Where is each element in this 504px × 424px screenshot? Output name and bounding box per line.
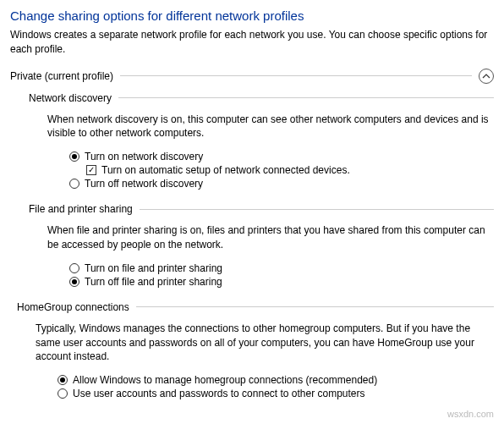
radio-turn-off-network-discovery[interactable]: Turn off network discovery <box>69 178 494 190</box>
section-title-text: File and printer sharing <box>29 203 133 215</box>
profile-label: Private (current profile) <box>10 70 113 82</box>
section-description: Typically, Windows manages the connectio… <box>36 322 494 364</box>
radio-icon <box>69 277 79 287</box>
radio-icon <box>69 263 79 273</box>
section-description: When file and printer sharing is on, fil… <box>47 223 494 252</box>
radio-icon <box>58 388 68 399</box>
option-group: Allow Windows to manage homegroup connec… <box>58 374 494 399</box>
section-title-text: HomeGroup connections <box>17 301 129 313</box>
page-title: Change sharing options for different net… <box>10 8 494 23</box>
section-file-printer-sharing: File and printer sharing When file and p… <box>29 203 494 288</box>
section-homegroup: HomeGroup connections Typically, Windows… <box>17 301 494 399</box>
radio-allow-windows-manage[interactable]: Allow Windows to manage homegroup connec… <box>58 374 494 386</box>
option-group: Turn on network discovery Turn on automa… <box>69 151 494 190</box>
option-group: Turn on file and printer sharing Turn of… <box>69 262 494 288</box>
radio-icon <box>69 179 79 189</box>
divider <box>140 209 494 210</box>
checkbox-icon <box>86 165 96 175</box>
profile-header[interactable]: Private (current profile) <box>10 69 494 84</box>
section-header: Network discovery <box>29 92 494 104</box>
collapse-button[interactable] <box>479 69 494 84</box>
radio-label: Turn off network discovery <box>85 178 203 190</box>
radio-label: Turn on network discovery <box>85 151 203 162</box>
radio-label: Turn on file and printer sharing <box>85 262 222 274</box>
divider <box>136 306 494 307</box>
radio-label: Allow Windows to manage homegroup connec… <box>73 374 377 386</box>
chevron-up-icon <box>482 74 490 79</box>
checkbox-automatic-setup[interactable]: Turn on automatic setup of network conne… <box>86 164 494 176</box>
radio-label: Use user accounts and passwords to conne… <box>73 388 365 399</box>
radio-turn-on-file-printer[interactable]: Turn on file and printer sharing <box>69 262 494 274</box>
watermark: wsxdn.com <box>447 409 494 419</box>
radio-use-user-accounts[interactable]: Use user accounts and passwords to conne… <box>58 388 494 399</box>
section-header: HomeGroup connections <box>17 301 494 313</box>
checkbox-label: Turn on automatic setup of network conne… <box>101 164 350 176</box>
section-network-discovery: Network discovery When network discovery… <box>29 92 494 190</box>
radio-icon <box>58 375 68 385</box>
divider <box>120 75 472 76</box>
radio-turn-on-network-discovery[interactable]: Turn on network discovery <box>69 151 494 162</box>
radio-icon <box>69 151 79 162</box>
page-subtitle: Windows creates a separate network profi… <box>10 28 494 57</box>
section-title-text: Network discovery <box>29 92 112 104</box>
section-header: File and printer sharing <box>29 203 494 215</box>
divider <box>118 97 494 98</box>
radio-turn-off-file-printer[interactable]: Turn off file and printer sharing <box>69 276 494 288</box>
section-description: When network discovery is on, this compu… <box>47 113 494 141</box>
radio-label: Turn off file and printer sharing <box>85 276 222 288</box>
